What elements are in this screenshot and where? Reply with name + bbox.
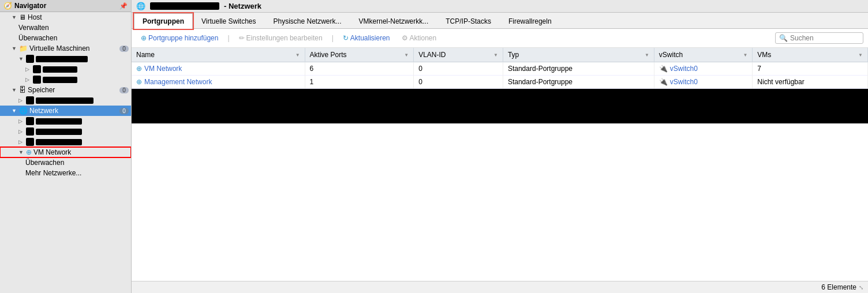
row2-name-link[interactable]: Management Network [144,78,212,86]
vm-section: ▼ 📁 Virtuelle Maschinen 0 ▼ ▷ ▷ [0,43,131,85]
navigator-pin-icon[interactable]: 📌 [119,2,128,10]
sidebar-item-net-switch1[interactable]: ▷ [0,116,131,126]
col-aktive-ports-label: Aktive Ports [310,51,347,59]
net-sw3-label [36,139,82,145]
sidebar-item-uberwachen-host[interactable]: Überwachen [0,33,131,43]
net-sw2-label [36,129,82,135]
sidebar-item-verwalten[interactable]: Verwalten [0,22,131,33]
col-aktive-ports[interactable]: Aktive Ports ▼ [305,48,414,62]
sidebar-item-vm3[interactable]: ▷ [0,74,131,85]
row2-vlan-value: 0 [418,78,422,86]
tab-tcpip[interactable]: TCP/IP-Stacks [437,13,500,29]
search-input[interactable] [790,34,859,42]
host-toggle[interactable]: ▼ [12,14,17,20]
sidebar-item-net-switch3[interactable]: ▷ [0,137,131,147]
edit-button[interactable]: ✏ Einstellungen bearbeiten [234,32,327,44]
network-toggle[interactable]: ▼ [12,108,17,114]
row1-vswitch-icon: 🔌 [659,65,668,73]
vm3-icon [33,76,41,84]
row2-vms-value: Nicht verfügbar [757,78,804,86]
sidebar: 🧭 Navigator 📌 ▼ 🖥 Host Verwalten Überwac… [0,0,132,293]
content-header: 🌐 - Netzwerk [132,0,868,13]
net-sw2-icon [26,127,34,136]
sidebar-vmnet-label: VM Network [33,148,71,156]
row2-vswitch-link[interactable]: vSwitch0 [670,78,698,86]
tab-firewallregeln[interactable]: Firewallregeln [500,13,560,29]
sidebar-item-vm1[interactable]: ▼ [0,54,131,64]
vm1-toggle[interactable]: ▼ [18,56,24,62]
resize-handle[interactable]: ⤡ [859,284,863,291]
col-name[interactable]: Name ▼ [132,48,305,62]
net-sw2-toggle[interactable]: ▷ [18,129,24,134]
add-portgruppe-label: Portgruppe hinzufügen [148,34,218,42]
navigator-header: 🧭 Navigator 📌 [0,0,131,12]
row1-ports-cell: 6 [305,62,414,76]
add-portgruppe-button[interactable]: ⊕ Portgruppe hinzufügen [136,32,223,44]
storage-toggle[interactable]: ▼ [12,87,17,93]
vms-badge: 0 [119,46,129,52]
storage-child-toggle[interactable]: ▷ [18,97,24,103]
storage-section: ▼ 🗄 Speicher 0 ▷ [0,85,131,106]
row1-vlan-value: 0 [418,65,422,73]
table-body: ⊕ VM Network 6 0 Standard-Portgruppe [132,62,868,89]
sidebar-item-vms[interactable]: ▼ 📁 Virtuelle Maschinen 0 [0,43,131,54]
tab-portgruppen[interactable]: Portgruppen [134,13,193,29]
col-vlan-id[interactable]: VLAN-ID ▼ [414,48,503,62]
search-icon: 🔍 [779,34,788,42]
gear-icon: ⚙ [402,34,408,42]
navigator-icon: 🧭 [3,2,12,10]
row1-name-link[interactable]: VM Network [144,65,182,73]
net-sw3-toggle[interactable]: ▷ [18,139,24,145]
vm2-toggle[interactable]: ▷ [25,66,31,72]
net-sw3-icon [26,138,34,146]
sidebar-item-vm2[interactable]: ▷ [0,64,131,74]
tab-vmkernel-label: VMkernel-Netzwerkk... [359,17,429,25]
vmnet-toggle[interactable]: ▼ [18,149,24,155]
col-typ[interactable]: Typ ▼ [503,48,654,62]
sidebar-storage-label: Speicher [28,86,55,94]
tab-physische-netzwerk[interactable]: Physische Netzwerk... [265,13,350,29]
sidebar-item-network[interactable]: ▼ 🌐 Netzwerk 0 [0,106,131,116]
tab-vmkernel[interactable]: VMkernel-Netzwerkk... [350,13,437,29]
col-vms[interactable]: VMs ▼ [753,48,868,62]
row1-vms-value: 7 [757,65,761,73]
net-sw1-toggle[interactable]: ▷ [18,118,24,124]
refresh-button[interactable]: ↻ Aktualisieren [338,32,395,44]
tab-firewallregeln-label: Firewallregeln [508,17,552,25]
net-sw1-label [36,118,82,125]
row1-vswitch-link[interactable]: vSwitch0 [670,65,698,73]
footer-bar: 6 Elemente ⤡ [132,281,868,293]
vms-toggle[interactable]: ▼ [12,46,17,51]
col-name-label: Name [136,51,155,59]
col-vlan-id-sort: ▼ [493,52,498,58]
sidebar-host-label: Host [28,13,42,21]
tab-virtuelle-switches-label: Virtuelle Switches [201,17,256,25]
row2-ports-value: 1 [310,78,314,86]
col-vswitch[interactable]: vSwitch ▼ [654,48,753,62]
storage-child-icon [26,96,34,104]
vmnet-uberwachen-label: Überwachen [25,159,64,167]
vm2-label [43,66,77,73]
storage-badge: 0 [119,87,129,93]
sidebar-item-mehr-netzwerke[interactable]: Mehr Netzwerke... [0,168,131,178]
sidebar-item-net-switch2[interactable]: ▷ [0,126,131,137]
sidebar-item-vmnet-uberwachen[interactable]: Überwachen [0,157,131,168]
vm3-toggle[interactable]: ▷ [25,77,31,82]
col-aktive-ports-sort: ▼ [404,52,409,58]
col-vswitch-sort: ▼ [743,52,747,58]
black-region [132,89,868,123]
table-container: Name ▼ Aktive Ports ▼ VLAN-ID ▼ [132,48,868,281]
tab-physische-netzwerk-label: Physische Netzwerk... [274,17,342,25]
col-name-sort: ▼ [295,52,300,58]
sidebar-item-vm-network[interactable]: ▼ ⊕ VM Network [0,147,131,157]
sidebar-item-host[interactable]: ▼ 🖥 Host [0,12,131,22]
sidebar-item-storage-child[interactable]: ▷ [0,95,131,106]
toolbar: ⊕ Portgruppe hinzufügen | ✏ Einstellunge… [132,29,868,48]
actions-button[interactable]: ⚙ Aktionen [397,32,442,44]
storage-icon: 🗄 [19,86,26,94]
table-header-row: Name ▼ Aktive Ports ▼ VLAN-ID ▼ [132,48,868,62]
sidebar-item-storage[interactable]: ▼ 🗄 Speicher 0 [0,85,131,95]
tab-virtuelle-switches[interactable]: Virtuelle Switches [193,13,265,29]
tab-portgruppen-label: Portgruppen [143,17,184,25]
vm1-label [36,56,88,62]
